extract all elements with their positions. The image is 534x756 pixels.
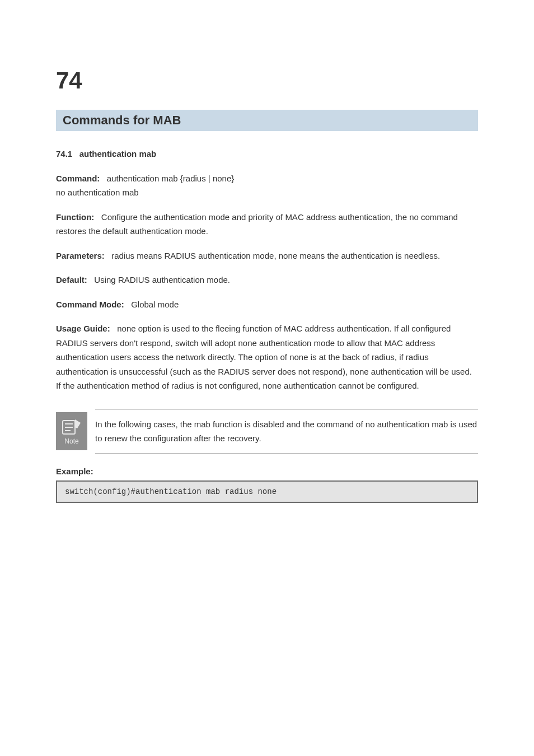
- example-code-block: switch(config)#authentication mab radius…: [56, 480, 478, 503]
- function-paragraph: Function: Configure the authentication m…: [56, 210, 478, 239]
- default-text: Using RADIUS authentication mode.: [94, 275, 230, 284]
- usage-guide-text: none option is used to the fleeing funct…: [56, 324, 472, 390]
- note-icon: Note: [56, 409, 87, 450]
- default-label: Default:: [56, 275, 87, 284]
- command-mode-paragraph: Command Mode: Global mode: [56, 297, 478, 312]
- note-icon-label: Note: [64, 437, 78, 445]
- command-mode-text: Global mode: [131, 300, 179, 309]
- command-syntax-enable: authentication mab {radius | none}: [107, 174, 234, 183]
- function-text: Configure the authentication mode and pr…: [56, 212, 458, 236]
- example-label: Example:: [56, 466, 478, 476]
- parameters-label: Parameters:: [56, 251, 105, 260]
- note-bottom-rule: [95, 454, 478, 454]
- usage-guide-label: Usage Guide:: [56, 324, 110, 333]
- section-number: 74.1: [56, 149, 72, 158]
- command-syntax: Command: authentication mab {radius | no…: [56, 171, 478, 200]
- chapter-title-banner: Commands for MAB: [56, 110, 478, 131]
- section-heading: 74.1 authentication mab: [56, 147, 478, 161]
- default-paragraph: Default: Using RADIUS authentication mod…: [56, 273, 478, 287]
- command-label: Command:: [56, 174, 100, 183]
- chapter-title-text: Commands for MAB: [63, 113, 181, 127]
- chapter-number: 74: [56, 67, 478, 94]
- command-mode-label: Command Mode:: [56, 300, 124, 309]
- section-name: authentication mab: [79, 149, 157, 158]
- command-syntax-disable: no authentication mab: [56, 188, 139, 197]
- note-block: Note In the following cases, the mab fun…: [56, 409, 478, 454]
- parameters-paragraph: Parameters: radius means RADIUS authenti…: [56, 249, 478, 263]
- note-text: In the following cases, the mab function…: [95, 417, 478, 446]
- function-label: Function:: [56, 212, 94, 222]
- usage-guide-paragraph: Usage Guide: none option is used to the …: [56, 321, 478, 393]
- parameters-text: radius means RADIUS authentication mode,…: [111, 251, 440, 260]
